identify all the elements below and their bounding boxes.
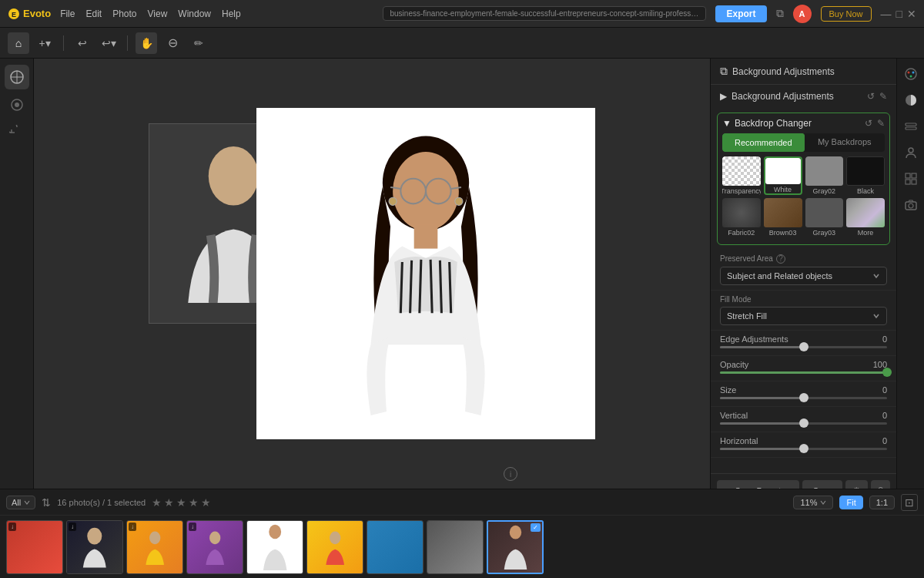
opacity-thumb[interactable] — [882, 368, 892, 377]
tab-recommended[interactable]: Recommended — [722, 133, 805, 152]
filmstrip: All ⇅ 16 photo(s) / 1 selected ★ ★ ★ ★ ★… — [0, 489, 924, 578]
far-right-icon-1[interactable] — [900, 63, 922, 85]
star-4[interactable]: ★ — [189, 496, 199, 509]
menu-window[interactable]: Window — [178, 8, 211, 19]
horizontal-thumb[interactable] — [799, 444, 808, 453]
add-button[interactable]: +▾ — [34, 32, 55, 54]
fill-mode-select[interactable]: Stretch Fill — [720, 307, 887, 325]
horizontal-group: Horizontal 0 — [711, 432, 896, 458]
help-button[interactable]: ? — [871, 480, 890, 489]
svg-point-36 — [87, 528, 102, 545]
svg-point-23 — [907, 72, 909, 74]
section-header[interactable]: ▶ Background Adjustments ↺ ✎ — [711, 85, 896, 108]
backdrop-white[interactable]: White — [764, 156, 802, 195]
zoom-select[interactable]: 11% — [793, 496, 833, 509]
photo-thumb-2[interactable]: ↓ — [66, 520, 123, 574]
preserved-area-select[interactable]: Subject and Related objects — [720, 267, 887, 285]
pencil-button[interactable]: ✏ — [188, 32, 209, 54]
undo-button[interactable]: ↩ — [72, 32, 93, 54]
backdrop-black[interactable]: Black — [846, 156, 885, 195]
backdrop-brown03-label: Brown03 — [769, 229, 797, 237]
home-button[interactable]: ⌂ — [8, 32, 29, 54]
backdrop-brown03[interactable]: Brown03 — [764, 198, 802, 237]
backdrop-gray02[interactable]: Gray02 — [805, 156, 844, 195]
info-button[interactable]: i — [504, 467, 517, 481]
far-right-icon-5[interactable] — [900, 168, 922, 190]
far-right-icon-2[interactable] — [900, 89, 922, 111]
horizontal-label: Horizontal — [720, 436, 758, 445]
svg-point-38 — [209, 531, 220, 544]
photo-thumb-9[interactable]: ✓ — [487, 520, 544, 574]
photo-thumb-5[interactable] — [246, 520, 303, 574]
photo-thumb-7[interactable] — [367, 520, 424, 574]
star-2[interactable]: ★ — [164, 496, 174, 509]
buynow-button[interactable]: Buy Now — [821, 6, 872, 22]
vertical-thumb[interactable] — [799, 418, 808, 428]
settings-button[interactable]: ⚙ — [845, 480, 868, 489]
sidebar-icon-effect[interactable] — [5, 92, 29, 117]
menu-edit[interactable]: Edit — [85, 8, 102, 19]
far-right-icon-3[interactable] — [900, 116, 922, 137]
far-right-icon-6[interactable] — [900, 194, 922, 216]
svg-point-22 — [906, 69, 916, 79]
zoom-fit-button[interactable]: Fit — [839, 496, 862, 509]
backdrop-transparent[interactable]: Transparency — [722, 156, 761, 195]
filmstrip-expand-icon[interactable]: ⊡ — [901, 494, 918, 511]
photo-thumb-8[interactable] — [427, 520, 484, 574]
menu-file[interactable]: File — [60, 8, 75, 19]
win-minimize[interactable]: — — [881, 8, 892, 20]
backdrop-gray03[interactable]: Gray03 — [805, 198, 844, 237]
preserved-area-info-icon[interactable]: ? — [776, 254, 785, 264]
tab-my-backdrops[interactable]: My Backdrops — [805, 133, 886, 152]
svg-line-18 — [420, 260, 421, 313]
edge-adj-track[interactable] — [720, 346, 887, 348]
pan-button[interactable]: ✋ — [136, 32, 157, 54]
sync-button[interactable]: Sync — [802, 480, 842, 489]
photo-thumb-1[interactable]: ↓ — [6, 520, 63, 574]
backdrop-collapse-icon[interactable]: ▼ — [722, 118, 732, 129]
menu-view[interactable]: View — [148, 8, 168, 19]
zoom-1to1-button[interactable]: 1:1 — [869, 496, 895, 509]
photo-thumb-6[interactable] — [306, 520, 363, 574]
vertical-track[interactable] — [720, 422, 887, 425]
save-preset-button[interactable]: Save Preset — [717, 480, 799, 489]
menu-help[interactable]: Help — [222, 8, 241, 19]
window-controls: — □ ✕ — [881, 8, 916, 20]
backdrop-reset-icon[interactable]: ↺ — [865, 118, 872, 129]
far-right-icon-4[interactable] — [900, 142, 922, 163]
sort-icon[interactable]: ⇅ — [42, 496, 51, 509]
right-panel: ⧉ Background Adjustments ▶ Background Ad… — [710, 59, 896, 489]
backdrop-more[interactable]: More — [846, 198, 885, 237]
star-3[interactable]: ★ — [176, 496, 186, 509]
undo-dropdown-button[interactable]: ↩▾ — [98, 32, 119, 54]
canvas-area[interactable]: evoto evoto i — [34, 59, 710, 489]
filter-dropdown[interactable]: All — [6, 496, 35, 509]
menu-photo[interactable]: Photo — [112, 8, 136, 19]
photo-thumb-3[interactable]: ↓ — [126, 520, 183, 574]
backdrop-edit-icon[interactable]: ✎ — [877, 118, 885, 129]
sidebar-icon-history[interactable] — [5, 120, 29, 145]
star-1[interactable]: ★ — [152, 496, 162, 509]
sidebar-icon-adjust[interactable] — [5, 65, 29, 89]
copy-icon[interactable]: ⧉ — [776, 7, 784, 20]
photo-badge-3: ↓ — [129, 523, 136, 531]
star-5[interactable]: ★ — [201, 496, 211, 509]
edge-adj-thumb[interactable] — [799, 342, 808, 351]
horizontal-track[interactable] — [720, 448, 887, 450]
vertical-label: Vertical — [720, 411, 748, 420]
edge-adjustments-group: Edge Adjustments 0 — [711, 331, 896, 356]
opacity-track[interactable] — [720, 371, 887, 374]
section-edit-icon[interactable]: ✎ — [879, 91, 887, 102]
star-rating: ★ ★ ★ ★ ★ — [152, 496, 211, 509]
backdrop-fabric02[interactable]: Fabric02 — [722, 198, 761, 237]
export-button[interactable]: Export — [715, 5, 766, 22]
size-thumb[interactable] — [799, 393, 808, 402]
win-maximize[interactable]: □ — [896, 8, 902, 20]
photo-badge-4: ↓ — [189, 523, 196, 531]
opacity-group: Opacity 100 — [711, 356, 896, 381]
photo-thumb-4[interactable]: ↓ — [186, 520, 243, 574]
size-track[interactable] — [720, 397, 887, 399]
section-reset-icon[interactable]: ↺ — [867, 91, 875, 102]
win-close[interactable]: ✕ — [907, 8, 916, 20]
brush-button[interactable]: ⊖ — [162, 32, 183, 54]
